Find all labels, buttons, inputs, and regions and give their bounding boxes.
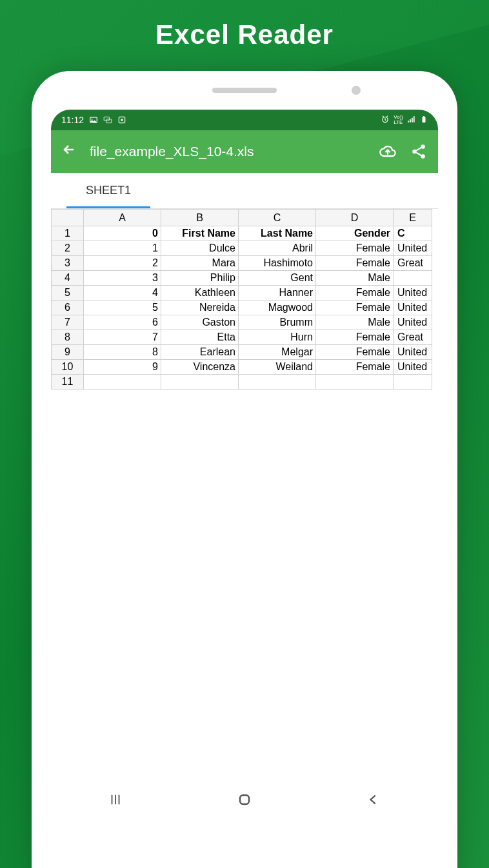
cell[interactable]: Great xyxy=(394,256,432,271)
cell[interactable]: Gender xyxy=(316,226,394,241)
back-button[interactable] xyxy=(61,142,77,161)
cell[interactable]: 2 xyxy=(84,256,161,271)
row-header[interactable]: 7 xyxy=(52,315,84,330)
cell[interactable]: United xyxy=(394,360,432,375)
svg-rect-3 xyxy=(106,119,112,123)
cell[interactable]: United xyxy=(394,345,432,360)
cell[interactable]: Hashimoto xyxy=(239,256,316,271)
cell[interactable] xyxy=(316,375,394,390)
tab-bar: SHEET1 xyxy=(51,173,438,209)
cell[interactable] xyxy=(394,271,432,286)
cell[interactable]: Female xyxy=(316,301,394,315)
cell[interactable]: Kathleen xyxy=(161,286,239,301)
row-header[interactable]: 8 xyxy=(52,330,84,345)
cell[interactable]: Weiland xyxy=(239,360,316,375)
cell[interactable] xyxy=(239,375,316,390)
cell[interactable]: Nereida xyxy=(161,301,239,315)
cell[interactable]: 7 xyxy=(84,330,161,345)
app-bar: file_example_XLS_10-4.xls xyxy=(51,130,438,173)
cell[interactable]: First Name xyxy=(161,226,239,241)
cell[interactable]: Magwood xyxy=(239,301,316,315)
cell[interactable]: Dulce xyxy=(161,241,239,256)
corner-cell xyxy=(52,210,84,226)
cell[interactable]: United xyxy=(394,286,432,301)
svg-rect-2 xyxy=(104,117,109,121)
cell[interactable]: Great xyxy=(394,330,432,345)
cell[interactable]: 8 xyxy=(84,345,161,360)
column-header[interactable]: B xyxy=(161,210,239,226)
cell[interactable]: Earlean xyxy=(161,345,239,360)
row-header[interactable]: 2 xyxy=(52,241,84,256)
cell[interactable]: Abril xyxy=(239,241,316,256)
record-icon xyxy=(117,115,126,124)
cast-icon xyxy=(103,115,112,124)
cell[interactable]: United xyxy=(394,301,432,315)
cell[interactable]: 3 xyxy=(84,271,161,286)
row-header[interactable]: 1 xyxy=(52,226,84,241)
cell[interactable]: 6 xyxy=(84,315,161,330)
cell[interactable]: Female xyxy=(316,286,394,301)
cell[interactable]: Female xyxy=(316,330,394,345)
svg-rect-15 xyxy=(240,795,249,804)
phone-notch xyxy=(32,71,457,110)
cell[interactable] xyxy=(84,375,161,390)
cell[interactable] xyxy=(161,375,239,390)
cell[interactable]: Male xyxy=(316,271,394,286)
cell[interactable]: Vincenza xyxy=(161,360,239,375)
row-header[interactable]: 6 xyxy=(52,301,84,315)
row-header[interactable]: 10 xyxy=(52,360,84,375)
svg-point-9 xyxy=(421,144,425,149)
cell[interactable]: Gaston xyxy=(161,315,239,330)
back-nav-button[interactable] xyxy=(354,787,393,813)
spreadsheet[interactable]: ABCDE10First NameLast NameGenderC21Dulce… xyxy=(51,209,438,390)
cell[interactable]: 9 xyxy=(84,360,161,375)
tab-sheet1[interactable]: SHEET1 xyxy=(66,173,150,208)
cell[interactable]: Brumm xyxy=(239,315,316,330)
cloud-upload-button[interactable] xyxy=(379,143,397,161)
row-header[interactable]: 5 xyxy=(52,286,84,301)
cell[interactable]: Female xyxy=(316,256,394,271)
cell[interactable]: Female xyxy=(316,241,394,256)
cell[interactable]: C xyxy=(394,226,432,241)
cell[interactable]: 1 xyxy=(84,241,161,256)
column-header[interactable]: C xyxy=(239,210,316,226)
row-header[interactable]: 3 xyxy=(52,256,84,271)
cell[interactable]: 0 xyxy=(84,226,161,241)
cell[interactable]: Hurn xyxy=(239,330,316,345)
alarm-icon xyxy=(381,115,390,125)
cell[interactable]: Philip xyxy=(161,271,239,286)
share-button[interactable] xyxy=(410,143,428,161)
row-header[interactable]: 11 xyxy=(52,375,84,390)
svg-point-10 xyxy=(412,150,417,154)
cell[interactable] xyxy=(394,375,432,390)
recents-button[interactable] xyxy=(96,787,135,813)
status-time: 11:12 xyxy=(61,115,84,125)
row-header[interactable]: 4 xyxy=(52,271,84,286)
cell[interactable]: Male xyxy=(316,315,394,330)
cell[interactable]: Melgar xyxy=(239,345,316,360)
cell[interactable]: Female xyxy=(316,345,394,360)
cell[interactable]: Last Name xyxy=(239,226,316,241)
home-button[interactable] xyxy=(225,787,264,813)
svg-rect-7 xyxy=(423,117,426,123)
svg-point-11 xyxy=(421,154,425,159)
cell[interactable]: Gent xyxy=(239,271,316,286)
cell[interactable]: Hanner xyxy=(239,286,316,301)
volte-icon: Vo))LTE xyxy=(394,115,403,125)
filename-title: file_example_XLS_10-4.xls xyxy=(90,144,366,159)
cell[interactable]: 4 xyxy=(84,286,161,301)
cell[interactable]: Etta xyxy=(161,330,239,345)
cell[interactable]: United xyxy=(394,241,432,256)
row-header[interactable]: 9 xyxy=(52,345,84,360)
column-header[interactable]: D xyxy=(316,210,394,226)
cell[interactable]: Female xyxy=(316,360,394,375)
svg-point-5 xyxy=(121,119,123,121)
column-header[interactable]: E xyxy=(394,210,432,226)
cell[interactable]: Mara xyxy=(161,256,239,271)
svg-point-1 xyxy=(92,119,93,120)
cell[interactable]: United xyxy=(394,315,432,330)
promo-title: Excel Reader xyxy=(0,0,489,50)
column-header[interactable]: A xyxy=(84,210,161,226)
signal-icon xyxy=(407,115,416,125)
cell[interactable]: 5 xyxy=(84,301,161,315)
